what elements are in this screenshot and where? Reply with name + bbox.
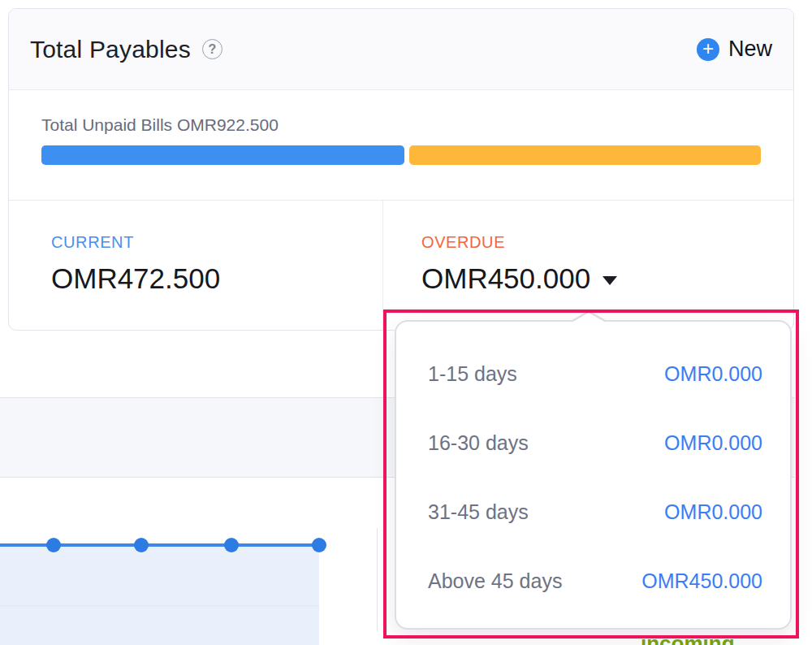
progress-overdue xyxy=(409,145,761,165)
progress-gap xyxy=(404,145,409,165)
cashflow-line-chart xyxy=(0,478,382,645)
aging-row-label: 16-30 days xyxy=(428,431,529,455)
aging-row-above-45: Above 45 days OMR450.000 xyxy=(428,547,762,616)
current-label: CURRENT xyxy=(51,233,382,252)
chart-point xyxy=(224,538,239,552)
new-button-label: New xyxy=(728,37,772,62)
chart-area-fill xyxy=(0,547,319,645)
help-icon[interactable]: ? xyxy=(202,39,222,59)
payables-progress-bar xyxy=(41,145,761,165)
chevron-down-icon xyxy=(603,276,617,285)
chart-point xyxy=(134,538,149,552)
plus-icon: + xyxy=(697,38,719,61)
unpaid-bills-amount: OMR922.500 xyxy=(177,115,279,134)
aging-row-label: Above 45 days xyxy=(428,569,562,593)
unpaid-bills-section: Total Unpaid Bills OMR922.500 xyxy=(9,90,793,201)
aging-row-amount-link[interactable]: OMR0.000 xyxy=(664,431,762,455)
card-header: Total Payables ? + New xyxy=(9,9,793,90)
chart-point xyxy=(46,538,61,552)
aging-row-1-15: 1-15 days OMR0.000 xyxy=(428,340,762,409)
aging-row-amount-link[interactable]: OMR450.000 xyxy=(641,569,762,593)
cashflow-legend-incoming: incoming xyxy=(641,631,735,645)
aging-row-amount-link[interactable]: OMR0.000 xyxy=(664,362,762,386)
overdue-label: OVERDUE xyxy=(421,233,793,252)
aging-row-label: 31-45 days xyxy=(428,500,529,524)
chart-point xyxy=(312,538,326,552)
aging-row-16-30: 16-30 days OMR0.000 xyxy=(428,409,762,478)
overdue-aging-popup: 1-15 days OMR0.000 16-30 days OMR0.000 3… xyxy=(395,320,792,630)
progress-current xyxy=(41,145,404,165)
aging-row-amount-link[interactable]: OMR0.000 xyxy=(664,500,762,524)
total-payables-card: Total Payables ? + New Total Unpaid Bill… xyxy=(8,8,794,331)
overdue-amount: OMR450.000 xyxy=(421,262,590,295)
cashflow-chart xyxy=(0,478,382,645)
aging-row-31-45: 31-45 days OMR0.000 xyxy=(428,478,762,547)
underlying-card-border xyxy=(377,528,378,631)
unpaid-bills-label: Total Unpaid Bills xyxy=(41,115,172,134)
aging-rows: 1-15 days OMR0.000 16-30 days OMR0.000 3… xyxy=(396,322,790,616)
current-column: CURRENT OMR472.500 xyxy=(9,201,383,330)
current-overdue-section: CURRENT OMR472.500 OVERDUE OMR450.000 xyxy=(9,201,793,330)
overdue-amount-dropdown[interactable]: OMR450.000 xyxy=(421,262,793,295)
new-button[interactable]: + New xyxy=(697,37,772,62)
current-amount: OMR472.500 xyxy=(51,262,382,295)
page-title: Total Payables xyxy=(30,36,191,63)
popup-caret-icon xyxy=(572,313,606,322)
aging-row-label: 1-15 days xyxy=(428,362,517,386)
